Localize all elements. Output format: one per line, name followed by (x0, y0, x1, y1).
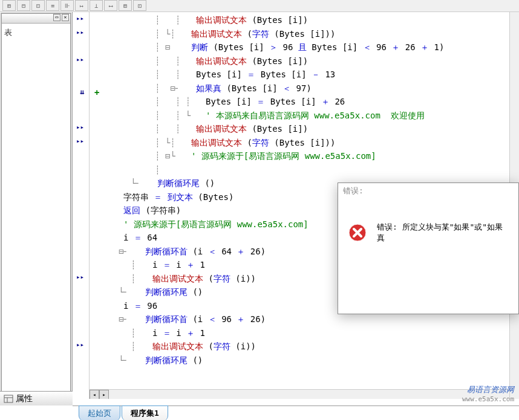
code-line[interactable]: ┊ ⊟└' 源码来源于[易语言源码网 www.e5a5x.com] (90, 149, 509, 163)
code-line[interactable]: ┊ ┊ └' 本源码来自易语言源码网 www.e5a5x.com 欢迎使用 (90, 109, 509, 123)
code-line[interactable]: ┊ ┊输出调试文本 (Bytes [i]) (90, 122, 509, 136)
code-line[interactable]: ⊟╴判断循环首 (i ＜ 96 ＋ 26) (90, 312, 509, 326)
dialog-title: 错误: (338, 183, 518, 198)
code-line[interactable]: ┊ ┊Bytes [i] ＝ Bytes [i] － 13 (90, 68, 509, 82)
watermark-url: www.e5a5x.com (462, 395, 514, 403)
properties-label: 属性 (16, 393, 33, 404)
properties-tab[interactable]: 属性 (0, 391, 73, 405)
code-line[interactable]: ┊ ┊输出调试文本 (Bytes [i]) (90, 54, 509, 68)
toolbar-button-3[interactable]: ≡ (46, 0, 59, 11)
breakpoint-marker[interactable]: ▸▸ (76, 137, 84, 145)
error-dialog: 错误: 错误: 所定义块与某"如果"或"如果真 (338, 183, 519, 314)
code-line[interactable]: ┊ ⊟ 判断 (Bytes [i] ＞ 96 且 Bytes [i] ＜ 96 … (90, 40, 509, 54)
code-line[interactable]: ┊ ┊ ┊Bytes [i] ＝ Bytes [i] ＋ 26 (90, 95, 509, 109)
toolbar-button-9[interactable]: ⊡ (133, 0, 146, 11)
breakpoint-marker[interactable]: ▸▸ (76, 28, 84, 36)
code-line[interactable]: ┊ ⊟╴如果真 (Bytes [i] ＜ 97) (90, 82, 509, 95)
svg-rect-0 (4, 395, 13, 402)
toolbar-button-8[interactable]: ⊞ (119, 0, 132, 11)
toolbar: ⊞⊟⊡≡⊪↦⊥⟷⊞⊡ (0, 0, 519, 12)
code-line[interactable]: ┊ ┊输出调试文本 (Bytes [i]) (90, 13, 509, 27)
toolbar-button-0[interactable]: ⊞ (2, 0, 16, 11)
code-line[interactable]: ┊i ＝ i ＋ 1 (90, 326, 509, 340)
code-line[interactable]: ┊输出调试文本 (字符 (i)) (90, 340, 509, 354)
gutter: ▸▸▸▸▸▸▸▸▸▸▸▸▸▸ (73, 12, 90, 399)
properties-icon (4, 395, 13, 403)
code-line[interactable]: ┊ └┊输出调试文本 (字符 (Bytes [i])) (90, 136, 509, 150)
plus-icon: + (94, 88, 99, 97)
error-icon (348, 223, 367, 242)
toolbar-button-5[interactable]: ↦ (75, 0, 88, 11)
code-line[interactable]: ┊ (90, 163, 509, 177)
toolbar-button-2[interactable]: ⊡ (31, 0, 45, 11)
scroll-left-icon[interactable]: ◂ (90, 390, 99, 399)
code-line[interactable]: └╴判断循环尾 () (90, 354, 509, 367)
error-message: 错误: 所定义块与某"如果"或"如果真 (377, 222, 509, 244)
toolbar-button-4[interactable]: ⊪ (60, 0, 74, 11)
watermark: 易语言资源网 www.e5a5x.com (462, 384, 514, 403)
code-line[interactable]: ┊ └┊输出调试文本 (字符 (Bytes [i])) (90, 27, 509, 41)
breakpoint-marker[interactable]: ▸▸ (76, 123, 84, 131)
breakpoint-marker[interactable]: ▸▸ (76, 15, 84, 22)
breakpoint-marker[interactable]: ▸▸ (76, 341, 84, 349)
horizontal-scrollbar[interactable]: ◂ ▸ (90, 389, 509, 399)
tab-module[interactable]: 程序集1 (122, 405, 168, 420)
insert-arrow-icon: ⇊ (80, 88, 84, 96)
panel-header: ▭ ✕ (2, 14, 70, 24)
breakpoint-marker[interactable]: ▸▸ (76, 273, 84, 281)
tab-start[interactable]: 起始页 (79, 405, 120, 420)
breakpoint-marker[interactable]: ▸▸ (76, 56, 84, 63)
editor-tabs: 起始页 程序集1 (73, 405, 519, 420)
panel-content: 表 (2, 24, 70, 42)
toolbar-button-1[interactable]: ⊟ (17, 0, 30, 11)
side-panel: ▭ ✕ 表 (1, 13, 71, 398)
watermark-cn: 易语言资源网 (462, 384, 514, 395)
left-column: ▭ ✕ 表 (0, 12, 73, 399)
toolbar-button-6[interactable]: ⊥ (90, 0, 103, 11)
panel-min-icon[interactable]: ▭ (53, 14, 60, 21)
panel-close-icon[interactable]: ✕ (62, 14, 69, 21)
code-line[interactable] (90, 367, 509, 381)
scroll-right-icon[interactable]: ▸ (99, 390, 109, 399)
toolbar-button-7[interactable]: ⟷ (104, 0, 117, 11)
